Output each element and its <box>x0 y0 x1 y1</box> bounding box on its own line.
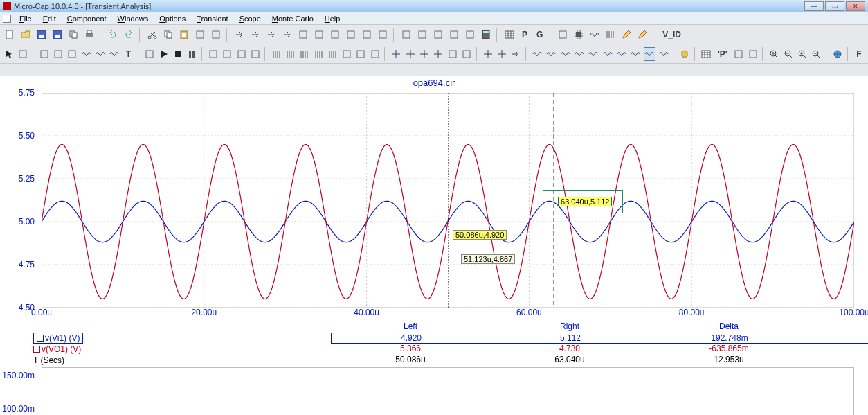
anchor-button[interactable] <box>38 47 50 61</box>
axis1-button[interactable] <box>733 47 745 61</box>
cross1-button[interactable] <box>390 47 402 61</box>
w7-button[interactable] <box>615 47 627 61</box>
box2-button[interactable] <box>249 47 261 61</box>
pencil-button[interactable] <box>620 28 633 42</box>
sq1-button[interactable] <box>144 47 156 61</box>
bars5-button[interactable] <box>327 47 338 61</box>
arrow-right-button[interactable] <box>280 28 294 42</box>
legend-item[interactable]: v(Vi1) (V) <box>33 333 83 344</box>
w8-button[interactable] <box>629 47 641 61</box>
w2-button[interactable] <box>545 47 557 61</box>
expand-button[interactable] <box>193 28 207 42</box>
w3-button[interactable] <box>559 47 571 61</box>
target-button[interactable] <box>482 47 494 61</box>
new-button[interactable] <box>3 28 17 42</box>
arrow-up-button[interactable] <box>248 28 262 42</box>
menu-scope[interactable]: Scope <box>234 15 266 23</box>
tile5-button[interactable] <box>463 28 477 42</box>
tile2-button[interactable] <box>415 28 429 42</box>
legend-label[interactable]: T (Secs) <box>33 355 64 365</box>
diag3-button[interactable] <box>355 47 367 61</box>
tile3-button[interactable] <box>431 28 445 42</box>
highlight-button[interactable] <box>635 28 649 42</box>
paste-button[interactable] <box>177 28 191 42</box>
diag4-button[interactable] <box>369 47 381 61</box>
P-button[interactable]: P <box>518 28 531 42</box>
copy-button[interactable] <box>161 28 175 42</box>
menu-monte-carlo[interactable]: Monte Carlo <box>266 15 319 23</box>
grid-button[interactable] <box>503 28 516 42</box>
wave1-button[interactable] <box>80 47 92 61</box>
cube-button[interactable] <box>679 47 691 61</box>
cross4-button[interactable] <box>433 47 444 61</box>
play-button[interactable] <box>158 47 170 61</box>
menu-transient[interactable]: Transient <box>191 15 233 23</box>
maximize-button[interactable]: ▭ <box>825 1 844 11</box>
chart-button[interactable] <box>604 28 617 42</box>
secondary-plot[interactable] <box>42 367 854 415</box>
bars3-button[interactable] <box>299 47 311 61</box>
w1-button[interactable] <box>531 47 543 61</box>
bars4-button[interactable] <box>313 47 325 61</box>
redo-button[interactable] <box>122 28 136 42</box>
stop-button[interactable] <box>172 47 183 61</box>
bars1-button[interactable] <box>271 47 282 61</box>
w6-button[interactable] <box>602 47 613 61</box>
menu-edit[interactable]: Edit <box>37 15 62 23</box>
copy-doc-button[interactable] <box>66 28 80 42</box>
diag2-button[interactable] <box>221 47 233 61</box>
star-button[interactable] <box>446 47 458 61</box>
legend-label[interactable]: v(VO1) (V) <box>42 344 81 354</box>
open-button[interactable] <box>19 28 33 42</box>
undo-button[interactable] <box>106 28 120 42</box>
menu-options[interactable]: Options <box>154 15 191 23</box>
calc-button[interactable] <box>479 28 493 42</box>
block2-button[interactable] <box>376 28 390 42</box>
bars2-button[interactable] <box>284 47 296 61</box>
ruler-button[interactable] <box>556 28 570 42</box>
legend-label[interactable]: v(Vi1) (V) <box>45 333 80 343</box>
tile4-button[interactable] <box>447 28 461 42</box>
chip-button[interactable] <box>572 28 586 42</box>
save-all-button[interactable] <box>51 28 64 42</box>
minimize-button[interactable]: — <box>804 1 824 11</box>
line1-button[interactable] <box>328 28 342 42</box>
P2-button[interactable]: 'P' <box>714 47 731 61</box>
table-button[interactable] <box>700 47 712 61</box>
F-button[interactable]: F <box>853 47 865 61</box>
diag1-button[interactable] <box>207 47 219 61</box>
cross3-button[interactable] <box>418 47 430 61</box>
menu-windows[interactable]: Windows <box>112 15 154 23</box>
arrow-r-button[interactable] <box>510 47 522 61</box>
box4-button[interactable] <box>460 47 472 61</box>
legend-item[interactable]: T (Secs) <box>33 355 64 366</box>
print-button[interactable] <box>82 28 96 42</box>
save-button[interactable] <box>35 28 48 42</box>
dot-left-button[interactable] <box>296 28 310 42</box>
wave2-button[interactable] <box>94 47 106 61</box>
box3-button[interactable] <box>341 47 352 61</box>
box1-button[interactable] <box>235 47 247 61</box>
block1-button[interactable] <box>360 28 374 42</box>
plus-button[interactable] <box>496 47 507 61</box>
w10-button[interactable] <box>658 47 669 61</box>
cross2-button[interactable] <box>404 47 416 61</box>
tag-button[interactable] <box>17 47 28 61</box>
menu-help[interactable]: Help <box>319 15 346 23</box>
node2-button[interactable] <box>66 47 78 61</box>
arrow-down-button[interactable] <box>264 28 278 42</box>
cursor-button[interactable] <box>3 47 15 61</box>
legend-item[interactable]: v(VO1) (V) <box>33 344 81 355</box>
scope-button[interactable] <box>588 28 602 42</box>
wave3-button[interactable] <box>109 47 120 61</box>
text-button[interactable]: T <box>123 47 134 61</box>
zoom-out-button[interactable] <box>782 47 794 61</box>
globe-button[interactable] <box>831 47 843 61</box>
collapse-button[interactable] <box>209 28 223 42</box>
dot-right-button[interactable] <box>312 28 326 42</box>
node-button[interactable] <box>52 47 64 61</box>
zoom-fit-button[interactable] <box>796 47 808 61</box>
menu-component[interactable]: Component <box>62 15 112 23</box>
arrow-left-button[interactable] <box>233 28 246 42</box>
tile1-button[interactable] <box>399 28 413 42</box>
